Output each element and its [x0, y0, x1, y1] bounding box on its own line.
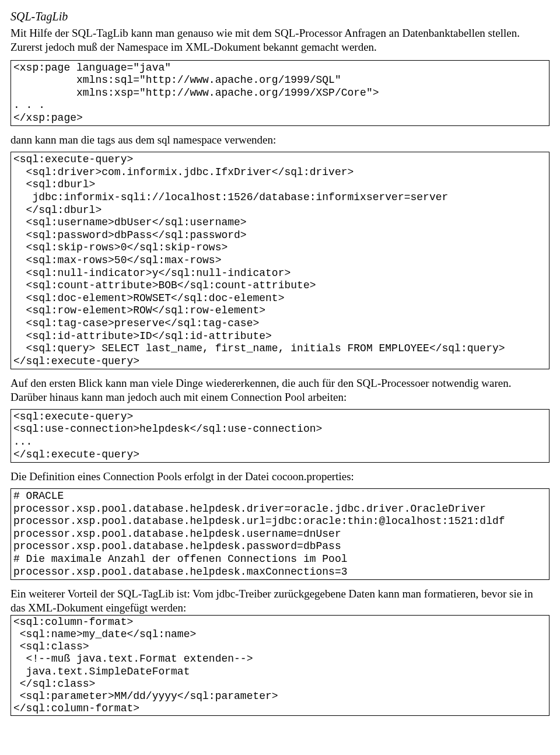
paragraph-after-namespace: dann kann man die tags aus dem sql names…	[10, 133, 550, 147]
paragraph-column-format: Ein weiterer Vorteil der SQL-TagLib ist:…	[10, 587, 550, 615]
code-block-execute-query: <sql:execute-query> <sql:driver>com.info…	[10, 152, 550, 369]
intro-paragraph: Mit Hilfe der SQL-TagLib kann man genaus…	[10, 26, 550, 54]
code-block-use-connection: <sql:execute-query> <sql:use-connection>…	[10, 409, 550, 463]
code-block-namespace: <xsp:page language="java" xmlns:sql="htt…	[10, 60, 550, 127]
paragraph-cocoon-properties: Die Definition eines Connection Pools er…	[10, 470, 550, 484]
section-heading: SQL-TagLib	[10, 9, 550, 24]
paragraph-connection-pool: Auf den ersten Blick kann man viele Ding…	[10, 376, 550, 404]
code-block-column-format: <sql:column-format> <sql:name>my_date</s…	[10, 615, 550, 716]
code-block-properties: # ORACLE processor.xsp.pool.database.hel…	[10, 488, 550, 580]
